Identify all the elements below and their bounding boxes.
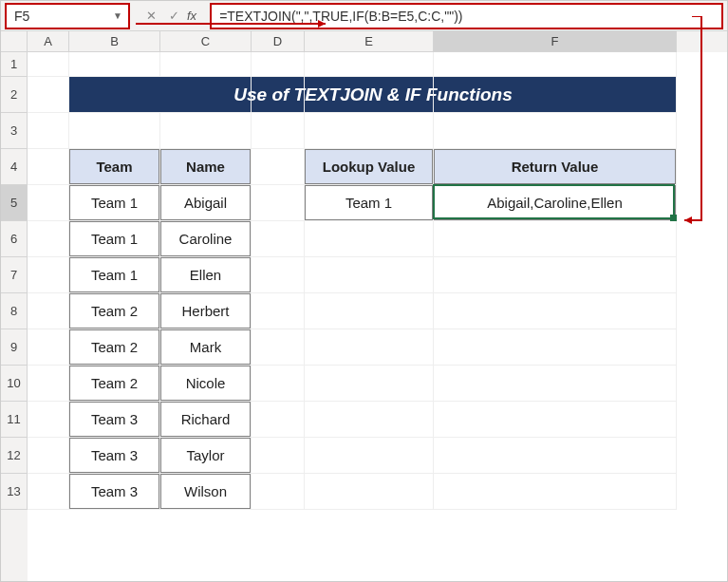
cell-B6[interactable]: Team 1 [69,221,160,257]
row-header-12[interactable]: 12 [1,438,28,474]
cell-A9[interactable] [28,329,69,366]
cell-B13[interactable]: Team 3 [69,474,160,510]
cell-D11[interactable] [252,402,305,438]
cell-C2[interactable] [160,77,252,113]
col-header-C[interactable]: C [160,31,252,52]
name-box-dropdown-icon[interactable]: ▼ [113,10,122,21]
cell-A6[interactable] [28,221,69,257]
cell-E6[interactable] [305,221,434,257]
cell-C1[interactable] [160,52,252,77]
cell-B8[interactable]: Team 2 [69,293,160,329]
cancel-icon[interactable]: ✕ [141,7,160,26]
cell-D4[interactable] [252,149,305,185]
cell-E8[interactable] [305,293,434,329]
cell-A10[interactable] [28,366,69,402]
cell-F11[interactable] [434,402,677,438]
col-header-F[interactable]: F [434,31,677,52]
cell-B9[interactable]: Team 2 [69,329,160,366]
row-header-6[interactable]: 6 [1,221,28,257]
row-header-13[interactable]: 13 [1,474,28,510]
cell-A11[interactable] [28,402,69,438]
cell-C8[interactable]: Herbert [160,293,252,329]
cell-C12[interactable]: Taylor [160,438,252,474]
cell-A2[interactable] [28,77,69,113]
cell-D10[interactable] [252,366,305,402]
cell-A5[interactable] [28,185,69,221]
row-header-2[interactable]: 2 [1,77,28,113]
select-all-corner[interactable] [1,31,28,52]
cell-C10[interactable]: Nicole [160,366,252,402]
cell-B12[interactable]: Team 3 [69,438,160,474]
cell-F12[interactable] [434,438,677,474]
name-box[interactable]: F5 ▼ [5,3,130,29]
cell-E13[interactable] [305,474,434,510]
cell-A8[interactable] [28,293,69,329]
cell-B11[interactable]: Team 3 [69,402,160,438]
cell-F3[interactable] [434,113,677,149]
cell-C3[interactable] [160,113,252,149]
cell-B10[interactable]: Team 2 [69,366,160,402]
cell-E12[interactable] [305,438,434,474]
cell-D7[interactable] [252,257,305,293]
grid[interactable]: Use of TEXTJOIN & IF FunctionsTeamNameLo… [28,52,727,581]
cell-E5[interactable]: Team 1 [305,185,434,221]
cell-D2[interactable] [252,77,305,113]
cell-F8[interactable] [434,293,677,329]
cell-D1[interactable] [252,52,305,77]
row-header-3[interactable]: 3 [1,113,28,149]
cell-D13[interactable] [252,474,305,510]
cell-D6[interactable] [252,221,305,257]
cell-F1[interactable] [434,52,677,77]
cell-A1[interactable] [28,52,69,77]
row-header-4[interactable]: 4 [1,149,28,185]
cell-C7[interactable]: Ellen [160,257,252,293]
cell-F7[interactable] [434,257,677,293]
cell-A12[interactable] [28,438,69,474]
cell-A7[interactable] [28,257,69,293]
formula-input[interactable]: =TEXTJOIN(",",TRUE,IF(B:B=E5,C:C,"")) [210,3,723,29]
cell-C6[interactable]: Caroline [160,221,252,257]
row-header-10[interactable]: 10 [1,366,28,402]
cell-F2[interactable] [434,77,677,113]
cell-D12[interactable] [252,438,305,474]
row-header-1[interactable]: 1 [1,52,28,77]
row-header-11[interactable]: 11 [1,402,28,438]
cell-D8[interactable] [252,293,305,329]
cell-E3[interactable] [305,113,434,149]
cell-D9[interactable] [252,329,305,366]
cell-E7[interactable] [305,257,434,293]
cell-B1[interactable] [69,52,160,77]
cell-C11[interactable]: Richard [160,402,252,438]
cell-F4[interactable]: Return Value [434,149,677,185]
cell-A3[interactable] [28,113,69,149]
cell-E10[interactable] [305,366,434,402]
cell-C9[interactable]: Mark [160,329,252,366]
col-header-B[interactable]: B [69,31,160,52]
fx-icon[interactable]: fx [187,9,196,23]
cell-D5[interactable] [252,185,305,221]
row-header-8[interactable]: 8 [1,293,28,329]
cell-E11[interactable] [305,402,434,438]
cell-C13[interactable]: Wilson [160,474,252,510]
cell-D3[interactable] [252,113,305,149]
cell-C4[interactable]: Name [160,149,252,185]
col-header-A[interactable]: A [28,31,69,52]
cell-E9[interactable] [305,329,434,366]
col-header-D[interactable]: D [252,31,305,52]
cell-C5[interactable]: Abigail [160,185,252,221]
cell-E2[interactable] [305,77,434,113]
cell-F13[interactable] [434,474,677,510]
cell-B4[interactable]: Team [69,149,160,185]
cell-F10[interactable] [434,366,677,402]
row-header-9[interactable]: 9 [1,329,28,366]
enter-icon[interactable]: ✓ [164,7,183,26]
cell-A13[interactable] [28,474,69,510]
cell-E4[interactable]: Lookup Value [305,149,434,185]
cell-F5[interactable]: Abigail,Caroline,Ellen [434,185,677,221]
cell-E1[interactable] [305,52,434,77]
row-header-5[interactable]: 5 [1,185,28,221]
cell-B2[interactable]: Use of TEXTJOIN & IF Functions [69,77,160,113]
cell-B7[interactable]: Team 1 [69,257,160,293]
cell-B3[interactable] [69,113,160,149]
col-header-E[interactable]: E [305,31,434,52]
